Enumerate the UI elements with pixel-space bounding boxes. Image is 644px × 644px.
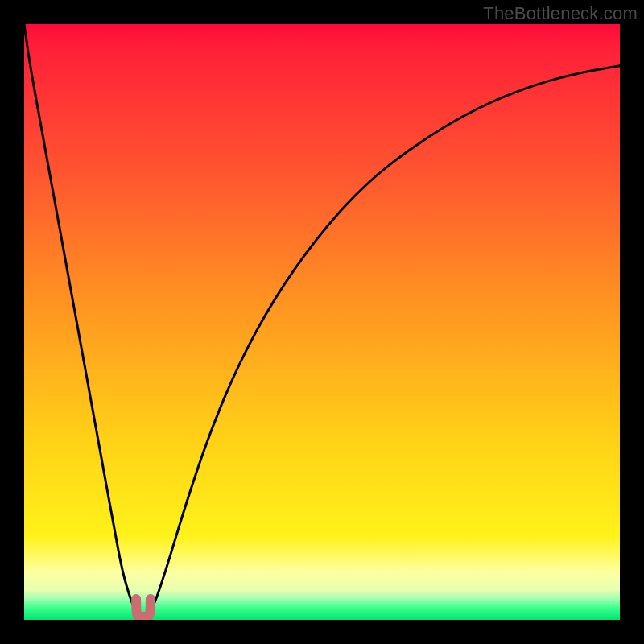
- min-region-marker: [136, 599, 151, 617]
- bottleneck-curve-path: [24, 24, 620, 620]
- plot-area: [24, 24, 620, 620]
- chart-frame: TheBottleneck.com: [0, 0, 644, 644]
- bottleneck-curve-svg: [24, 24, 620, 620]
- watermark-text: TheBottleneck.com: [483, 3, 638, 24]
